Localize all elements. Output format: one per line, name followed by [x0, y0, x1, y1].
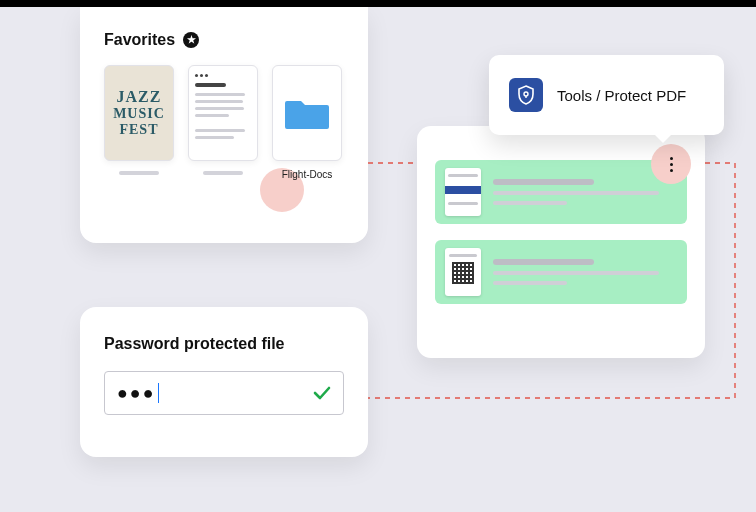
- password-masked-value: ●●●: [117, 383, 156, 404]
- favorite-label-flight-docs: Flight-Docs: [282, 169, 333, 180]
- file-meta-placeholder: [493, 281, 567, 285]
- file-row-ticket[interactable]: [435, 160, 687, 224]
- file-title-placeholder: [493, 179, 594, 185]
- favorite-item-flight-docs-folder[interactable]: Flight-Docs: [272, 65, 342, 180]
- favorite-label-placeholder: [203, 171, 243, 175]
- file-meta-placeholder: [493, 191, 659, 195]
- thumbnail-document: [188, 65, 258, 161]
- tooltip-label: Tools / Protect PDF: [557, 87, 686, 104]
- thumbnail-folder: [272, 65, 342, 161]
- file-meta-placeholder: [493, 201, 567, 205]
- svg-point-1: [524, 92, 528, 96]
- file-title-placeholder: [493, 259, 594, 265]
- favorite-item-document[interactable]: [188, 65, 258, 175]
- favorites-title: Favorites: [104, 31, 175, 49]
- favorites-card: Favorites ★ JAZZ MUSIC FEST: [80, 7, 368, 243]
- favorite-item-jazz-poster[interactable]: JAZZ MUSIC FEST: [104, 65, 174, 175]
- password-panel: Password protected file ●●●: [80, 307, 368, 457]
- star-icon: ★: [183, 32, 199, 48]
- more-actions-button[interactable]: [651, 144, 691, 184]
- password-input[interactable]: ●●●: [104, 371, 344, 415]
- files-selection-card: [417, 126, 705, 358]
- favorites-header: Favorites ★: [104, 31, 344, 49]
- file-thumbnail-qr: [445, 248, 481, 296]
- file-thumbnail-ticket: [445, 168, 481, 216]
- kebab-icon: [670, 157, 673, 172]
- password-panel-title: Password protected file: [104, 335, 344, 353]
- favorite-label-placeholder: [119, 171, 159, 175]
- shield-lock-icon: [509, 78, 543, 112]
- checkmark-icon: [311, 382, 333, 404]
- folder-icon: [283, 93, 331, 133]
- window-top-strip: [0, 0, 756, 7]
- thumbnail-jazz-poster: JAZZ MUSIC FEST: [104, 65, 174, 161]
- text-caret: [158, 383, 160, 403]
- file-meta-placeholder: [493, 271, 659, 275]
- file-row-qr[interactable]: [435, 240, 687, 304]
- protect-pdf-tooltip: Tools / Protect PDF: [489, 55, 724, 135]
